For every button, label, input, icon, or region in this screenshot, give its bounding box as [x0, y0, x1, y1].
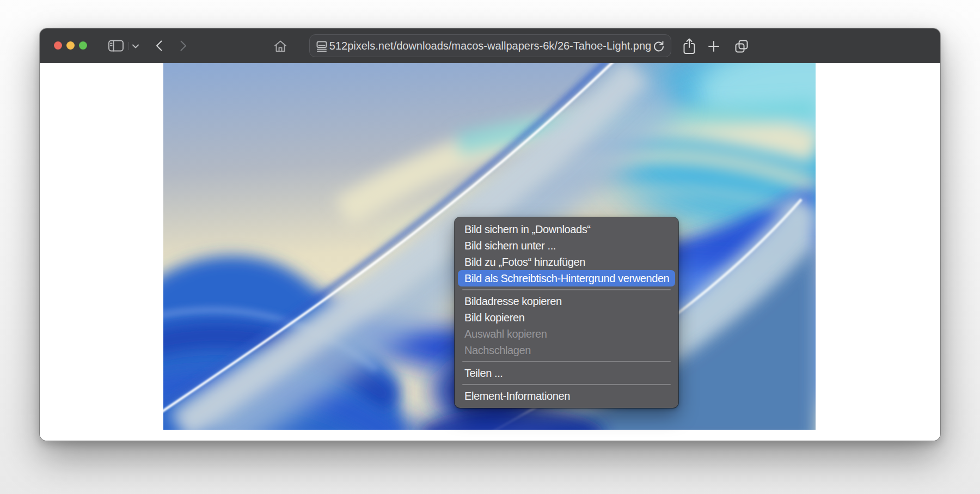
menu-separator	[462, 289, 671, 290]
forward-button[interactable]	[177, 40, 190, 52]
menu-item[interactable]: Teilen ...	[458, 365, 675, 381]
close-button[interactable]	[54, 41, 62, 50]
context-menu: Bild sichern in „Downloads“Bild sichern …	[455, 217, 678, 408]
sidebar-icon	[108, 39, 124, 52]
menu-item[interactable]: Element-Informationen	[458, 388, 675, 404]
share-button[interactable]	[681, 37, 697, 56]
tab-overview-button[interactable]	[733, 39, 750, 54]
plus-icon	[707, 40, 720, 53]
reload-icon[interactable]	[653, 40, 665, 54]
menu-item[interactable]: Bildadresse kopieren	[458, 293, 675, 309]
menu-separator	[462, 384, 671, 385]
menu-item[interactable]: Bild sichern in „Downloads“	[458, 221, 675, 237]
menu-item: Nachschlagen	[458, 342, 675, 358]
tab-overview-icon	[734, 39, 749, 54]
menu-item[interactable]: Bild sichern unter ...	[458, 237, 675, 254]
home-button[interactable]	[273, 39, 288, 53]
zoom-button[interactable]	[79, 41, 87, 50]
window-controls	[54, 41, 87, 50]
sidebar-toggle-button[interactable]	[107, 39, 125, 52]
share-icon	[682, 38, 696, 55]
menu-item[interactable]: Bild zu „Fotos“ hinzufügen	[458, 254, 675, 270]
sidebar-chevron-button[interactable]	[131, 43, 140, 50]
menu-item: Auswahl kopieren	[458, 326, 675, 342]
new-tab-button[interactable]	[707, 39, 721, 53]
minimize-button[interactable]	[66, 41, 75, 50]
menu-item[interactable]: Bild als Schreibtisch-Hintergrund verwen…	[458, 270, 675, 286]
page-settings-icon[interactable]	[316, 40, 328, 54]
forward-icon	[180, 40, 187, 52]
home-icon	[273, 40, 287, 53]
url-text: 512pixels.net/downloads/macos-wallpapers…	[329, 40, 651, 52]
address-bar[interactable]: 512pixels.net/downloads/macos-wallpapers…	[309, 34, 671, 57]
menu-item[interactable]: Bild kopieren	[458, 309, 675, 326]
menu-separator	[462, 361, 671, 362]
back-button[interactable]	[152, 40, 166, 52]
back-icon	[155, 40, 163, 52]
chevron-down-icon	[132, 44, 139, 49]
toolbar-divider	[128, 42, 129, 50]
desktop: 512pixels.net/downloads/macos-wallpapers…	[0, 0, 980, 494]
browser-toolbar: 512pixels.net/downloads/macos-wallpapers…	[40, 28, 940, 64]
